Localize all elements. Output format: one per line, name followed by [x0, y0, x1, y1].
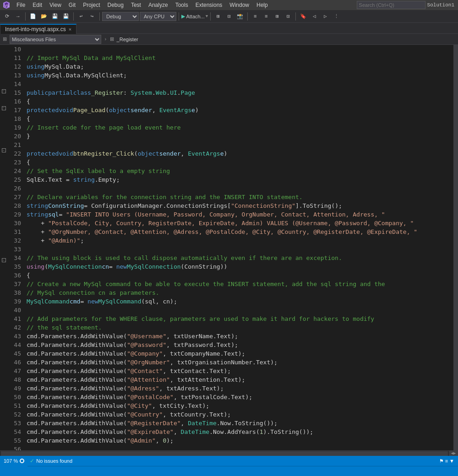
gutter-cell	[0, 163, 7, 171]
status-check-icon: ✓	[30, 458, 34, 464]
code-line	[27, 141, 453, 149]
menu-edit[interactable]: Edit	[29, 0, 46, 10]
toolbar-play-btn[interactable]: ▶ Attach... ▼	[181, 12, 208, 20]
toolbar-nav-btn1[interactable]: ◁	[309, 11, 319, 22]
toolbar-sep7	[295, 12, 296, 21]
toolbar-extra-btn7[interactable]: ⊡	[283, 11, 293, 22]
menu-test[interactable]: Test	[127, 0, 145, 10]
toolbar-save-all-btn[interactable]: 💾	[61, 11, 71, 22]
horizontal-scrollbar[interactable]	[1, 451, 448, 456]
code-line: cmd.Parameters.AddWithValue("@Country", …	[27, 410, 453, 419]
toolbar-open-btn[interactable]: 📂	[39, 11, 49, 22]
menu-tools[interactable]: Tools	[172, 0, 192, 10]
gutter-cell	[0, 53, 7, 61]
gutter-cell	[0, 357, 7, 366]
toolbar-undo-btn[interactable]: ↩	[76, 11, 86, 22]
toolbar-redo-btn[interactable]: ↪	[87, 11, 97, 22]
ready-bar: Ready	[0, 466, 458, 476]
code-line	[27, 184, 453, 193]
gutter-cell	[0, 214, 7, 222]
toolbar-extra-btn3[interactable]: 📸	[235, 11, 245, 22]
toolbar-new-btn[interactable]: 📄	[28, 11, 38, 22]
toolbar-save-btn[interactable]: 💾	[50, 11, 60, 22]
toolbar-sep5	[210, 12, 211, 21]
line-number: 35	[7, 262, 25, 271]
status-issues-label: No issues found	[36, 458, 72, 464]
line-number: 14	[7, 80, 25, 88]
gutter-cell	[0, 189, 7, 197]
menu-window[interactable]: Window	[226, 0, 253, 10]
code-line	[27, 45, 453, 54]
code-line: // Add parameters for the WHERE clause, …	[27, 314, 453, 323]
toolbar-extra-btn5[interactable]: ≡	[261, 11, 271, 22]
code-line: using MySql.Data.MySqlClient;	[27, 71, 453, 80]
gutter-cell[interactable]: −	[0, 256, 7, 264]
gutter-cell	[0, 332, 7, 340]
menu-extensions[interactable]: Extensions	[192, 0, 226, 10]
gutter-cell	[0, 138, 7, 146]
vertical-scrollbar[interactable]	[453, 45, 458, 450]
gutter-cell[interactable]: −	[0, 87, 7, 95]
active-tab[interactable]: Insert-into-mysql.aspx.cs ×	[0, 24, 76, 34]
code-line: // Set the SqlEx label to a empty string	[27, 167, 453, 175]
gutter-cell	[0, 197, 7, 205]
gutter-cell	[0, 315, 7, 324]
status-zoom-control[interactable]	[20, 459, 24, 463]
toolbar-extra-btn1[interactable]: ⊞	[213, 11, 223, 22]
menu-git[interactable]: Git	[65, 0, 79, 10]
menu-debug[interactable]: Debug	[104, 0, 127, 10]
scroll-arrows[interactable]: ◀▶	[449, 451, 458, 456]
gutter-cell[interactable]: −	[0, 146, 7, 154]
menu-file[interactable]: File	[13, 0, 29, 10]
menu-project[interactable]: Project	[79, 0, 104, 10]
gutter-cell	[0, 425, 7, 433]
gutter-cell	[0, 408, 7, 416]
line-number: 21	[7, 141, 25, 149]
toolbar-nav-btn3[interactable]: ⋮	[331, 11, 341, 22]
line-number: 23	[7, 158, 25, 167]
ready-label-area	[0, 466, 27, 476]
gutter-cell[interactable]: −	[0, 104, 7, 112]
search-input[interactable]	[357, 1, 425, 9]
gutter-cell	[0, 433, 7, 442]
miscellaneous-files-dropdown[interactable]: Miscellaneous Files	[10, 35, 101, 44]
line-number: 55	[7, 436, 25, 445]
class-icon: ⊞	[110, 36, 114, 42]
line-number: 46	[7, 358, 25, 367]
toolbar-extra-btn2[interactable]: ⊡	[224, 11, 234, 22]
code-body: −−−− 10111213141516171819202122232425262…	[0, 45, 458, 450]
solution-label: Solution1	[427, 2, 454, 8]
gutter-cell	[0, 239, 7, 247]
line-number: 44	[7, 341, 25, 349]
toolbar-bookmark-btn[interactable]: 🔖	[298, 11, 308, 22]
line-number: 11	[7, 54, 25, 62]
tab-close-btn[interactable]: ×	[69, 27, 71, 32]
code-line: string sql = "INSERT INTO Users (Usernam…	[27, 210, 453, 219]
menu-help[interactable]: Help	[253, 0, 272, 10]
line-number: 53	[7, 419, 25, 427]
line-number: 33	[7, 245, 25, 254]
menu-analyze[interactable]: Analyze	[145, 0, 172, 10]
status-bar: 107 % ✓ No issues found ⚑ ≡ ▼	[0, 456, 458, 466]
status-issues: ✓ No issues found	[30, 458, 72, 464]
toolbar-forward-btn[interactable]: →	[13, 11, 23, 22]
line-number: 28	[7, 201, 25, 210]
code-line	[27, 80, 453, 88]
vs-logo-icon: VS	[2, 0, 11, 10]
code-line: {	[27, 158, 453, 167]
gutter-cell	[0, 79, 7, 87]
toolbar-extra-btn6[interactable]: ⊞	[272, 11, 282, 22]
line-number: 48	[7, 375, 25, 384]
code-editor: −−−− 10111213141516171819202122232425262…	[0, 45, 458, 456]
line-number: 17	[7, 106, 25, 114]
line-number: 10	[7, 45, 25, 54]
code-line: using (MySqlConnection cn = new MySqlCon…	[27, 262, 453, 271]
toolbar-platform-dropdown[interactable]: Any CPU	[140, 12, 176, 21]
status-zoom: 107 %	[4, 458, 18, 464]
toolbar-nav-btn2[interactable]: ▷	[320, 11, 330, 22]
toolbar-extra-btn4[interactable]: ≡	[250, 11, 260, 22]
gutter-cell	[0, 222, 7, 231]
toolbar-config-dropdown[interactable]: Debug	[102, 12, 139, 21]
menu-view[interactable]: View	[46, 0, 65, 10]
toolbar-back-btn[interactable]: ⟳	[2, 11, 12, 22]
